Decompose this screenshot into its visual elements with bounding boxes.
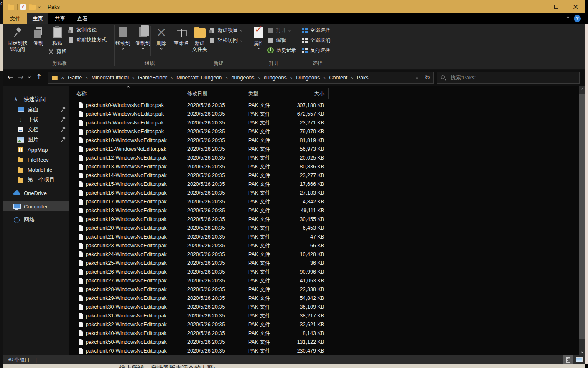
breadcrumb-overflow[interactable]: « [58,75,67,81]
table-row[interactable]: pakchunk26-WindowsNoEditor.pak2020/5/26 … [69,268,579,277]
sidebar-item[interactable]: 第二个项目 [3,175,69,185]
table-row[interactable]: pakchunk14-WindowsNoEditor.pak2020/5/26 … [69,171,579,180]
properties-button[interactable]: 属性 [251,25,267,49]
sidebar-item[interactable]: 桌面 [3,104,69,114]
table-row[interactable]: pakchunk0-WindowsNoEditor.pak2020/5/26 2… [69,101,579,110]
cut-button[interactable]: 剪切 [48,48,66,55]
history-button[interactable]: 历史记录 [267,47,296,54]
tab-view[interactable]: 查看 [71,13,93,24]
table-row[interactable]: pakchunk19-WindowsNoEditor.pak2020/5/26 … [69,215,579,224]
table-row[interactable]: pakchunk24-WindowsNoEditor.pak2020/5/26 … [69,250,579,259]
table-row[interactable]: pakchunk30-WindowsNoEditor.pak2020/5/26 … [69,303,579,312]
sidebar-item[interactable]: OneDrive [3,188,69,198]
sidebar-item[interactable]: MobileFile [3,165,69,175]
table-row[interactable]: pakchunk17-WindowsNoEditor.pak2020/5/26 … [69,198,579,206]
table-row[interactable]: pakchunk15-WindowsNoEditor.pak2020/5/26 … [69,180,579,189]
easy-access-button[interactable]: 轻松访问 [209,37,242,44]
breadcrumb-item[interactable]: Content [328,75,349,81]
open-button[interactable]: 打开 [267,27,290,34]
table-row[interactable]: pakchunk10-WindowsNoEditor.pak2020/5/26 … [69,136,579,145]
table-row[interactable]: pakchunk21-WindowsNoEditor.pak2020/5/26 … [69,233,579,241]
forward-icon[interactable]: → [18,73,23,81]
paste-button[interactable]: 粘贴 [48,25,67,46]
details-view-button[interactable] [563,355,573,364]
up-icon[interactable]: ↑ [36,73,42,81]
table-row[interactable]: pakchunk25-WindowsNoEditor.pak2020/5/26 … [69,259,579,268]
scroll-down-icon[interactable] [579,348,585,355]
thumbnails-view-button[interactable] [574,355,584,364]
qat-dropdown-icon[interactable] [38,5,41,8]
invert-selection-button[interactable]: 反向选择 [302,47,330,54]
table-row[interactable]: pakchunk12-WindowsNoEditor.pak2020/5/26 … [69,154,579,162]
table-row[interactable]: pakchunk4-WindowsNoEditor.pak2020/5/26 2… [69,110,579,119]
back-icon[interactable]: ← [8,73,13,81]
breadcrumb-item[interactable]: dungeons [231,75,255,81]
collapse-ribbon-icon[interactable] [566,16,570,20]
select-all-button[interactable]: 全部选择 [302,27,330,34]
vertical-scrollbar[interactable] [579,86,585,355]
breadcrumb-item[interactable]: Dungeons [295,75,321,81]
new-folder-qat-icon[interactable] [29,4,36,10]
breadcrumb-item[interactable]: GameFolder [137,75,168,81]
table-row[interactable]: pakchunk13-WindowsNoEditor.pak2020/5/26 … [69,162,579,171]
sidebar-item[interactable]: 图片 [3,135,69,145]
move-to-button[interactable]: ← 移动到 [113,25,133,49]
sidebar-item[interactable]: FileRecv [3,155,69,165]
rename-button[interactable]: 重命名 [171,25,192,46]
table-row[interactable]: pakchunk9-WindowsNoEditor.pak2020/5/26 2… [69,127,579,136]
sidebar-item[interactable]: 下载 [3,114,69,124]
properties-check-icon[interactable] [20,4,26,10]
column-header-type[interactable]: 类型 [248,90,258,97]
table-row[interactable]: pakchunk20-WindowsNoEditor.pak2020/5/26 … [69,224,579,233]
breadcrumb-separator-icon[interactable]: › [255,75,263,81]
breadcrumb-item[interactable]: dungeons [263,75,288,81]
table-row[interactable]: pakchunk18-WindowsNoEditor.pak2020/5/26 … [69,206,579,215]
search-box[interactable] [437,72,580,84]
scroll-up-icon[interactable] [579,86,585,93]
maximize-button[interactable] [547,0,566,13]
scrollbar-thumb[interactable] [579,94,585,339]
sidebar-item[interactable]: 文档 [3,124,69,135]
breadcrumb-item[interactable]: Game [67,75,83,81]
breadcrumb-separator-icon[interactable]: › [288,75,295,81]
address-bar[interactable]: « Game›MinecraftOfficial›GameFolder›Mine… [48,72,434,84]
tab-file[interactable]: 文件 [3,13,27,24]
column-header-name[interactable]: 名称 [76,90,87,97]
new-folder-button[interactable]: 新建 文件夹 [190,25,209,53]
copy-to-button[interactable]: 复制到 [133,25,153,49]
copy-path-button[interactable]: 复制路径 [68,26,97,33]
breadcrumb-item[interactable]: MinecraftOfficial [91,75,130,81]
table-row[interactable]: pakchunk28-WindowsNoEditor.pak2020/5/26 … [69,285,579,294]
table-row[interactable]: pakchunk16-WindowsNoEditor.pak2020/5/26 … [69,189,579,198]
select-none-button[interactable]: 全部取消 [302,37,330,44]
pin-to-quick-access-button[interactable]: 固定到快 速访问 [6,25,29,53]
new-item-button[interactable]: 新建项目 [209,27,242,34]
breadcrumb-item[interactable]: Paks [356,75,369,81]
breadcrumb-separator-icon[interactable]: › [321,75,328,81]
table-row[interactable]: pakchunk70-WindowsNoEditor.pak2020/5/26 … [69,347,579,355]
minimize-button[interactable] [527,0,547,13]
table-row[interactable]: pakchunk27-WindowsNoEditor.pak2020/5/26 … [69,277,579,285]
table-row[interactable]: pakchunk32-WindowsNoEditor.pak2020/5/26 … [69,320,579,329]
breadcrumb-separator-icon[interactable]: › [130,75,137,81]
search-input[interactable] [450,74,575,81]
sidebar-item[interactable]: 快速访问 [3,94,69,104]
breadcrumb-separator-icon[interactable]: › [83,75,90,81]
tab-home[interactable]: 主页 [27,13,48,24]
edit-button[interactable]: 编辑 [267,37,286,44]
table-row[interactable]: pakchunk31-WindowsNoEditor.pak2020/5/26 … [69,312,579,320]
address-dropdown-icon[interactable] [416,76,419,79]
sidebar-item[interactable]: AppMap [3,145,69,155]
table-row[interactable]: pakchunk40-WindowsNoEditor.pak2020/5/26 … [69,329,579,338]
breadcrumb-separator-icon[interactable]: › [168,75,176,81]
recent-locations-icon[interactable] [28,76,31,78]
copy-button[interactable]: 复制 [30,25,47,46]
column-header-date[interactable]: 修改日期 [187,90,207,97]
sidebar-item[interactable]: 网络 [3,215,69,225]
sidebar-item[interactable]: Computer [3,201,69,211]
help-icon[interactable]: ? [574,15,581,22]
delete-button[interactable]: × 删除 [152,25,171,49]
paste-shortcut-button[interactable]: 粘贴快捷方式 [68,36,107,43]
close-button[interactable]: × [566,0,585,13]
table-row[interactable]: pakchunk29-WindowsNoEditor.pak2020/5/26 … [69,294,579,303]
